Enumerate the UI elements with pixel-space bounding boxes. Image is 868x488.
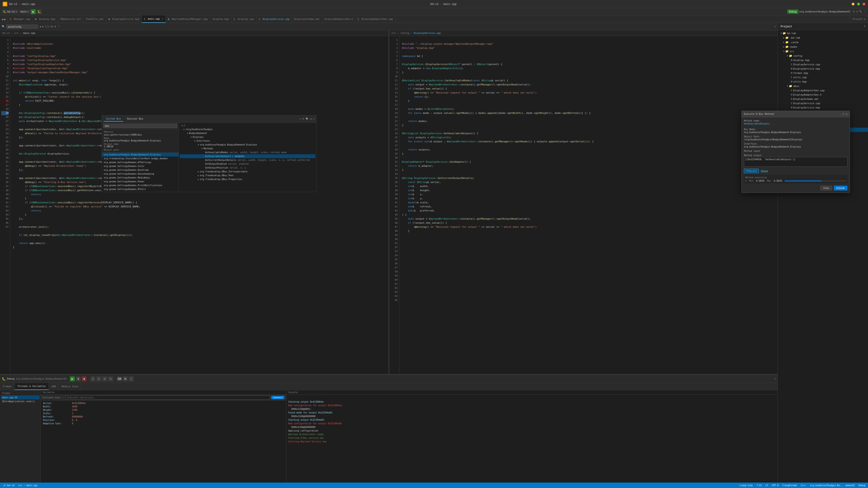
method-output-textarea[interactable]: [(0x32394658, 'GetAvailableOutputs')] <box>744 157 847 167</box>
dbus-method-getavailablemodes[interactable]: GetAvailableModes serial, width, height,… <box>180 151 315 154</box>
dbus-service-item[interactable]: org.freedesktop.StatusNotifierHost-budge… <box>102 157 179 160</box>
tab-memory-view[interactable]: Memory View <box>59 383 81 390</box>
run-to-cursor-btn[interactable]: ⤳ <box>108 377 113 381</box>
tree-displayservice-cpp[interactable]: C DisplayService.cpp <box>778 62 868 67</box>
modal-minimize[interactable]: _ <box>840 112 842 116</box>
dbus-method-getcurrentoutputdetails[interactable]: GetCurrentOutputDetails serial, width, h… <box>180 158 315 162</box>
close-dbus-btn[interactable]: × <box>313 118 314 121</box>
system-bus-tab[interactable]: System Bus <box>104 116 123 122</box>
session-bus-tab[interactable]: Session Bus <box>125 116 146 122</box>
tab-project[interactable]: Project ▼ <box>850 15 868 23</box>
breadcrumb-displayservice[interactable]: DisplayService.cpp <box>414 32 441 35</box>
add-icon[interactable]: + <box>299 118 301 121</box>
sync-icon[interactable]: ⟳ <box>853 10 855 13</box>
execute-modal-btn[interactable]: Execute <box>834 186 847 191</box>
run-target-label[interactable]: main <box>21 10 27 13</box>
tab-threads-variables[interactable]: Threads & Variables <box>15 383 49 390</box>
pretty-print-btn[interactable]: Pretty print <box>744 169 759 173</box>
maximize-btn[interactable] <box>857 3 860 5</box>
evaluate-input[interactable] <box>66 396 270 399</box>
debug-config-label[interactable]: Debug <box>787 9 798 14</box>
tree-root[interactable]: ▼ 📁 bd-lab <box>778 31 868 35</box>
tree-dbus[interactable]: ▼ 📁 dbus <box>778 84 868 88</box>
dbus-peer[interactable]: ▶ org.freedesktop.DBus.Peer <box>180 173 315 177</box>
breadcrumb-main-cpp[interactable]: main.cpp <box>23 32 35 35</box>
connect-btn[interactable]: Connect <box>271 396 284 399</box>
tab-cmakelists[interactable]: CMakeLists.txt <box>58 15 84 23</box>
dbus-service-item[interactable]: org.gnome.SettingsDaemon.Power <box>102 180 179 184</box>
nav-back[interactable]: ◀ <box>1 18 3 21</box>
code-editor-left[interactable]: #include <QCoreApplication> #include <io… <box>10 36 389 374</box>
dbus-tree-interfaces[interactable]: ▼ Interfaces <box>180 139 315 143</box>
dbus-service-item[interactable]: org.gnome.SettingsDaemon.PrintNotificati… <box>102 184 179 187</box>
modal-maximize[interactable]: □ <box>843 112 844 116</box>
tree-displayschema[interactable]: X DisplaySchema.xml <box>778 97 868 101</box>
tree-displayadaptorgen-cpp[interactable]: C DisplayAdaptorGen.cpp <box>778 88 868 93</box>
step-into-btn[interactable]: ⤦ <box>96 377 101 381</box>
dbus-service-item[interactable]: org.gnome.SettingsDaemon.Housekeeping <box>102 172 179 176</box>
settings-btn[interactable]: ⚙ <box>123 377 128 381</box>
close-find[interactable]: × <box>774 25 776 28</box>
tree-cache[interactable]: ▶ 📁 .bd-lab <box>778 35 868 40</box>
tab-waylandoutputmanager[interactable]: H WaylandOutputManager.hpp <box>166 15 210 23</box>
regex-toggle[interactable]: .* <box>57 25 60 28</box>
tree-displayservice-hpp[interactable]: H DisplayService.hpp <box>778 67 868 71</box>
case-toggle[interactable]: Aa <box>51 25 53 28</box>
breadcrumb-src[interactable]: src <box>14 32 19 35</box>
minimize-btn[interactable] <box>852 3 855 5</box>
settings-icon[interactable]: ⚙ <box>856 10 858 13</box>
tree-src[interactable]: ▼ 📁 src <box>778 49 868 54</box>
tab-main-cpp[interactable]: C main.cpp × <box>142 15 166 23</box>
project-label[interactable]: bd-v2 <box>7 10 15 13</box>
tree-cmake[interactable]: ▶ 📁 cmake <box>778 44 868 49</box>
tab-display-hpp2[interactable]: display.hpp <box>210 15 231 23</box>
debug-button[interactable]: 🐛 <box>37 9 41 14</box>
tree-cache2[interactable]: ▶ 📁 .cache <box>778 40 868 44</box>
tree-display-hpp[interactable]: H display.hpp <box>778 58 868 62</box>
next-match[interactable]: ▶ <box>42 25 44 28</box>
dbus-service-item[interactable]: org.gnome.SettingsDaemon.ATSettings <box>102 160 179 164</box>
dbus-method-setoutputposition[interactable]: SetOutputPosition serial, x, y <box>180 166 315 170</box>
tree-displayservice-cpp2[interactable]: C DisplayService.cpp <box>778 101 868 105</box>
close-debug-btn[interactable]: × <box>774 377 776 380</box>
tree-displayadaptorgen-h[interactable]: H DisplayAdaptorGen.h <box>778 93 868 97</box>
evaluate-btn[interactable]: ⌨ <box>117 377 122 381</box>
dbus-service-item[interactable]: org.gnome.SettingsDaemon.ScreenSaverProx… <box>102 191 179 192</box>
tab-displayservice-hpp[interactable]: H DisplayService.hpp <box>106 15 142 23</box>
frame-item[interactable]: QCoreApplication::exec() <box>1 399 39 403</box>
run-button[interactable]: ▶ <box>31 9 36 14</box>
settings-icon2[interactable]: ⚙ <box>310 118 312 121</box>
tab-manager-cpp[interactable]: C Manager.cpp <box>8 15 33 23</box>
build-icon[interactable]: 🔨 <box>859 10 862 13</box>
dbus-tree-budgie[interactable]: ▼ BudgieDaemonX <box>180 131 315 135</box>
dbus-method-getavailableoutputs[interactable]: GetAvailableOutputs ↔ outputs <box>180 154 315 158</box>
word-toggle[interactable]: W <box>55 25 56 28</box>
dbus-methods[interactable]: ▼ Methods <box>180 147 315 151</box>
stop-btn[interactable]: ■ <box>82 377 87 381</box>
step-over-btn[interactable]: ⤵ <box>90 377 95 381</box>
dbus-search-input[interactable] <box>103 124 177 128</box>
breadcrumb-bd-v2[interactable]: bd-v2 <box>2 32 10 35</box>
nav-forward[interactable]: ▶ <box>4 18 6 21</box>
code-editor-right[interactable]: #include "../display-output-manager/Wayl… <box>399 36 778 374</box>
breadcrumb-config[interactable]: config <box>400 32 409 35</box>
dbus-service-item[interactable]: org.gnome.SettingsDaemon.Rfkill <box>102 187 179 191</box>
close-modal-btn[interactable]: Close <box>820 186 832 191</box>
tab-displayschema-xml[interactable]: DisplaySchema.xml <box>292 15 322 23</box>
modal-close-btn[interactable]: × <box>846 112 847 116</box>
tab-frames[interactable]: Frames <box>0 383 15 390</box>
pause-btn[interactable]: ⏸ <box>76 377 81 381</box>
dbus-properties[interactable]: ▶ org.freedesktop.DBus.Properties <box>180 177 315 181</box>
tab-displayservice-cpp[interactable]: C DisplayService.cpp <box>256 15 292 23</box>
dbus-tree-displays[interactable]: ▼ Displays <box>180 135 315 139</box>
dbus-tree-org[interactable]: ▼ /org/buddiesofbudgie <box>180 127 315 131</box>
tab-close[interactable]: × <box>162 18 163 20</box>
source-btn[interactable]: Source <box>761 170 768 172</box>
git-branch[interactable]: ⎇ bd-v2 <box>3 484 15 487</box>
gdb-console[interactable]: Checking output 0x41360b4a Bad configura… <box>286 395 778 483</box>
more-options-btn[interactable]: ⋮ <box>129 377 133 381</box>
tree-displayservice-hpp2[interactable]: H DisplayService.hpp <box>778 105 868 110</box>
more-icon[interactable]: ⋮ <box>864 10 866 13</box>
tree-utils-cpp[interactable]: C utils.cpp <box>778 75 868 79</box>
dbus-introspectable[interactable]: ▶ org.freedesktop.DBus.Introspectable <box>180 170 315 173</box>
